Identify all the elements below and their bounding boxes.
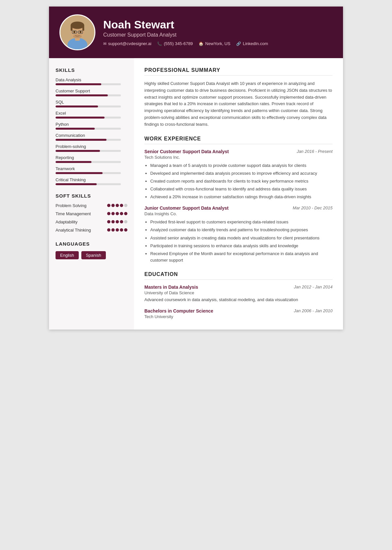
education-entry: Bachelors in Computer Science Jan 2006 -… <box>144 308 333 319</box>
filled-dot <box>116 212 119 215</box>
summary-text: Highly skilled Customer Support Data Ana… <box>144 80 333 128</box>
filled-dot <box>120 220 123 223</box>
soft-skill-item: Problem Solving <box>56 203 127 209</box>
skills-section-title: SKILLS <box>56 67 127 73</box>
job-bullet: Participated in training sessions to enh… <box>150 243 333 249</box>
dots <box>107 204 127 207</box>
linkedin-icon: 🔗 <box>236 41 241 46</box>
skill-bar <box>56 183 121 185</box>
body: SKILLS Data Analysis Customer Support SQ… <box>49 58 343 330</box>
education-list: Masters in Data Analysis Jan 2012 - Jan … <box>144 284 333 319</box>
skill-fill <box>56 105 98 107</box>
skill-bar <box>56 139 121 141</box>
dots <box>107 228 127 232</box>
filled-dot <box>120 204 123 207</box>
filled-dot <box>111 204 115 207</box>
skill-item: Communication <box>56 133 127 141</box>
svg-point-10 <box>74 31 75 33</box>
job-date: Mar 2010 - Dec 2015 <box>293 205 333 210</box>
skill-name: Customer Support <box>56 89 127 93</box>
soft-skill-item: Time Management <box>56 211 127 217</box>
skill-name: Python <box>56 122 127 127</box>
job-company: Tech Solutions Inc. <box>144 155 333 160</box>
job-header: Junior Customer Support Data Analyst Mar… <box>144 205 333 211</box>
skill-fill <box>56 117 105 119</box>
svg-point-11 <box>80 31 82 33</box>
edu-date: Jan 2006 - Jan 2010 <box>294 308 333 313</box>
avatar <box>59 14 95 50</box>
contact-phone: 📞 (555) 345-6789 <box>157 41 193 46</box>
education-entry: Masters in Data Analysis Jan 2012 - Jan … <box>144 284 333 303</box>
job-title: Junior Customer Support Data Analyst <box>144 205 229 211</box>
skill-item: Problem-solving <box>56 144 127 152</box>
filled-dot <box>111 228 115 232</box>
edu-degree: Bachelors in Computer Science <box>144 308 213 314</box>
job-bullet: Achieved a 20% increase in customer sati… <box>150 194 333 200</box>
job-bullet: Collaborated with cross-functional teams… <box>150 186 333 192</box>
soft-skill-name: Problem Solving <box>56 203 105 209</box>
job-bullet: Managed a team of 5 analysts to provide … <box>150 162 333 169</box>
skill-fill <box>56 150 100 152</box>
resume: Noah Stewart Customer Support Data Analy… <box>49 7 343 330</box>
skill-name: SQL <box>56 100 127 105</box>
experience-section-title: WORK EXPERIENCE <box>144 136 333 144</box>
skill-bar <box>56 161 121 163</box>
filled-dot <box>107 220 110 223</box>
skill-item: SQL <box>56 100 127 107</box>
jobs-list: Senior Customer Support Data Analyst Jan… <box>144 149 333 264</box>
skill-item: Excel <box>56 111 127 119</box>
location-icon: 🏠 <box>199 41 204 46</box>
filled-dot <box>124 228 127 232</box>
email-text: support@cvdesigner.ai <box>108 41 151 46</box>
job-company: Data Insights Co. <box>144 211 333 216</box>
empty-dot <box>124 204 127 207</box>
candidate-title: Customer Support Data Analyst <box>103 32 333 38</box>
skill-name: Teamwork <box>56 166 127 171</box>
filled-dot <box>116 228 119 232</box>
skill-item: Python <box>56 122 127 130</box>
filled-dot <box>107 228 110 232</box>
svg-point-4 <box>71 22 84 29</box>
soft-skills-section-title: SOFT SKILLS <box>56 193 127 199</box>
job-bullet: Created custom reports and dashboards fo… <box>150 178 333 185</box>
phone-icon: 📞 <box>157 41 162 46</box>
filled-dot <box>116 220 119 223</box>
soft-skills-list: Problem Solving Time Management Adaptabi… <box>56 203 127 233</box>
svg-rect-6 <box>82 25 84 31</box>
language-tag: Spanish <box>81 251 106 259</box>
skill-name: Communication <box>56 133 127 138</box>
skill-fill <box>56 139 106 141</box>
edu-school: Tech University <box>144 314 333 319</box>
edu-school: University of Data Science <box>144 290 333 295</box>
filled-dot <box>116 204 119 207</box>
dots <box>107 212 127 215</box>
main-content: PROFESSIONAL SUMMARY Highly skilled Cust… <box>134 58 343 330</box>
skill-name: Reporting <box>56 155 127 160</box>
skill-bar <box>56 105 121 107</box>
filled-dot <box>111 212 115 215</box>
job-header: Senior Customer Support Data Analyst Jan… <box>144 149 333 154</box>
contact-email: ✉ support@cvdesigner.ai <box>103 41 151 46</box>
skill-fill <box>56 183 97 185</box>
soft-skill-item: Adaptability <box>56 219 127 225</box>
filled-dot <box>107 204 110 207</box>
linkedin-text: LinkedIn.com <box>243 41 268 46</box>
skill-fill <box>56 94 108 96</box>
summary-section-title: PROFESSIONAL SUMMARY <box>144 67 333 76</box>
filled-dot <box>120 228 123 232</box>
skill-bar <box>56 117 121 119</box>
edu-degree: Masters in Data Analysis <box>144 284 198 290</box>
header: Noah Stewart Customer Support Data Analy… <box>49 7 343 58</box>
filled-dot <box>120 212 123 215</box>
soft-skill-name: Analytical Thinking <box>56 228 105 233</box>
header-contacts: ✉ support@cvdesigner.ai 📞 (555) 345-6789… <box>103 41 333 46</box>
skill-item: Customer Support <box>56 89 127 96</box>
skill-fill <box>56 128 95 130</box>
skill-fill <box>56 83 101 85</box>
contact-location: 🏠 NewYork, US <box>199 41 230 46</box>
skills-list: Data Analysis Customer Support SQL Excel… <box>56 77 127 185</box>
soft-skill-name: Adaptability <box>56 219 105 225</box>
filled-dot <box>124 212 127 215</box>
soft-skill-name: Time Management <box>56 211 105 217</box>
job-bullet: Analyzed customer data to identify trend… <box>150 227 333 233</box>
